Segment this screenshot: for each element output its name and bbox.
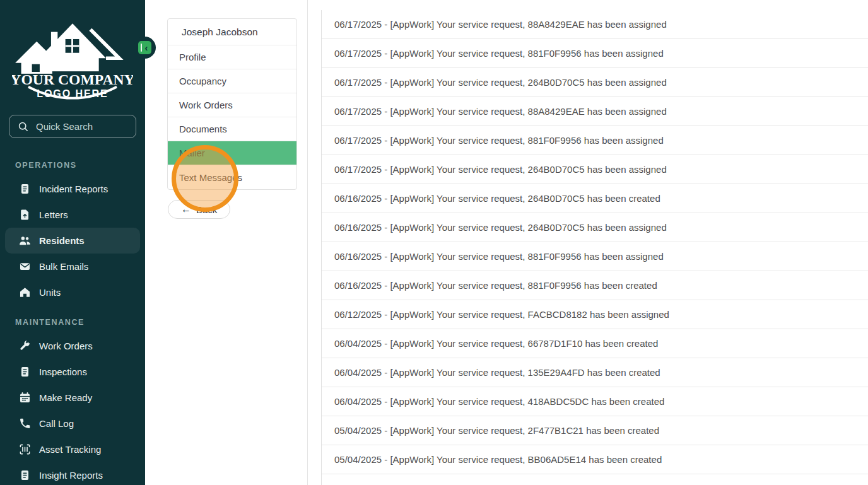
message-row[interactable]: 05/04/2025 - [AppWork] Your service requ… [322,445,868,474]
message-row[interactable]: 06/12/2025 - [AppWork] Your service requ… [322,300,868,329]
back-arrow-icon: ← [181,204,191,214]
sidebar-item-units[interactable]: Units [5,279,140,305]
sidebar-item-bulk-emails[interactable]: Bulk Emails [5,254,140,279]
sidebar-nav: OPERATIONSIncident ReportsLettersResiden… [0,161,145,485]
message-row[interactable]: 06/04/2025 - [AppWork] Your service requ… [322,329,868,358]
make-ready-icon [19,392,31,404]
collapse-panel-icon: ‹ [138,41,151,54]
resident-menu: Joseph Jacobson ProfileOccupancyWork Ord… [167,18,297,190]
nav-section-label-operations: OPERATIONS [15,161,145,170]
sidebar-item-label: Residents [39,235,85,246]
work-orders-icon [19,340,31,352]
units-icon [19,286,31,298]
asset-tracking-icon [19,443,31,455]
message-row[interactable]: 06/16/2025 - [AppWork] Your service requ… [322,213,868,242]
menu-item-profile[interactable]: Profile [168,45,296,69]
message-row[interactable]: 06/17/2025 - [AppWork] Your service requ… [322,10,868,39]
residents-icon [19,235,31,247]
message-row[interactable]: 06/17/2025 - [AppWork] Your service requ… [322,39,868,68]
company-logo: YOUR COMPANY LOGO HERE [12,16,133,106]
message-row[interactable]: 05/04/2025 - [AppWork] Your service requ… [322,416,868,445]
sidebar-item-insight-reports[interactable]: Insight Reports [5,462,140,485]
call-log-icon [19,418,31,429]
bulk-emails-icon [19,260,31,272]
message-row[interactable]: 06/17/2025 - [AppWork] Your service requ… [322,126,868,155]
app-window: YOUR COMPANY LOGO HERE OPERATIONSInciden… [0,0,868,485]
sidebar-item-label: Asset Tracking [39,444,101,455]
sidebar-item-work-orders[interactable]: Work Orders [5,333,140,359]
message-row[interactable]: 06/16/2025 - [AppWork] Your service requ… [322,242,868,271]
sidebar-item-make-ready[interactable]: Make Ready [5,385,140,411]
nav-section-label-maintenance: MAINTENANCE [15,318,145,327]
sidebar-item-label: Letters [39,209,68,220]
back-button-label: Back [196,204,217,215]
resident-menu-items: ProfileOccupancyWork OrdersDocumentsMail… [168,45,296,189]
resident-name: Joseph Jacobson [168,19,296,45]
messages-list: 06/17/2025 - [AppWork] Your service requ… [321,10,868,485]
sidebar-item-label: Incident Reports [39,184,108,194]
sidebar-item-label: Bulk Emails [39,261,88,272]
message-row[interactable]: 05/04/2025 - [AppWork] Your service requ… [322,474,868,485]
message-row[interactable]: 06/16/2025 - [AppWork] Your service requ… [322,184,868,213]
logo-line1: YOUR COMPANY [12,71,133,88]
sidebar: YOUR COMPANY LOGO HERE OPERATIONSInciden… [0,0,145,485]
message-row[interactable]: 06/17/2025 - [AppWork] Your service requ… [322,68,868,97]
sidebar-item-asset-tracking[interactable]: Asset Tracking [5,436,140,462]
back-button[interactable]: ← Back [168,200,230,219]
menu-item-work-orders[interactable]: Work Orders [168,93,296,117]
sidebar-item-label: Inspections [39,366,87,377]
company-logo-image: YOUR COMPANY LOGO HERE [12,16,133,106]
search-icon [17,120,29,132]
sidebar-item-call-log[interactable]: Call Log [5,411,140,436]
sidebar-collapse-button[interactable]: ‹ [134,37,156,59]
sidebar-item-inspections[interactable]: Inspections [5,359,140,385]
insight-reports-icon [19,469,31,481]
sidebar-item-letters[interactable]: Letters [5,202,140,228]
sidebar-item-label: Work Orders [39,341,93,351]
sidebar-item-residents[interactable]: Residents [5,228,140,254]
sidebar-item-incident-reports[interactable]: Incident Reports [5,176,140,202]
message-row[interactable]: 06/04/2025 - [AppWork] Your service requ… [322,387,868,416]
message-row[interactable]: 06/17/2025 - [AppWork] Your service requ… [322,97,868,126]
pane-divider [307,0,308,485]
sidebar-item-label: Insight Reports [39,470,103,481]
sidebar-item-label: Call Log [39,418,74,429]
message-row[interactable]: 06/17/2025 - [AppWork] Your service requ… [322,155,868,184]
incident-reports-icon [19,183,31,195]
sidebar-item-label: Make Ready [39,392,92,403]
message-row[interactable]: 06/04/2025 - [AppWork] Your service requ… [322,358,868,387]
inspections-icon [19,366,31,378]
quick-search[interactable] [9,115,136,138]
menu-item-occupancy[interactable]: Occupancy [168,69,296,93]
sidebar-item-label: Units [39,287,61,298]
menu-item-mailer[interactable]: Mailer [168,141,296,165]
letters-icon [19,209,31,221]
menu-item-text-messages[interactable]: Text Messages [168,165,296,189]
menu-item-documents[interactable]: Documents [168,117,296,141]
message-row[interactable]: 06/16/2025 - [AppWork] Your service requ… [322,271,868,300]
search-input[interactable] [36,121,131,132]
